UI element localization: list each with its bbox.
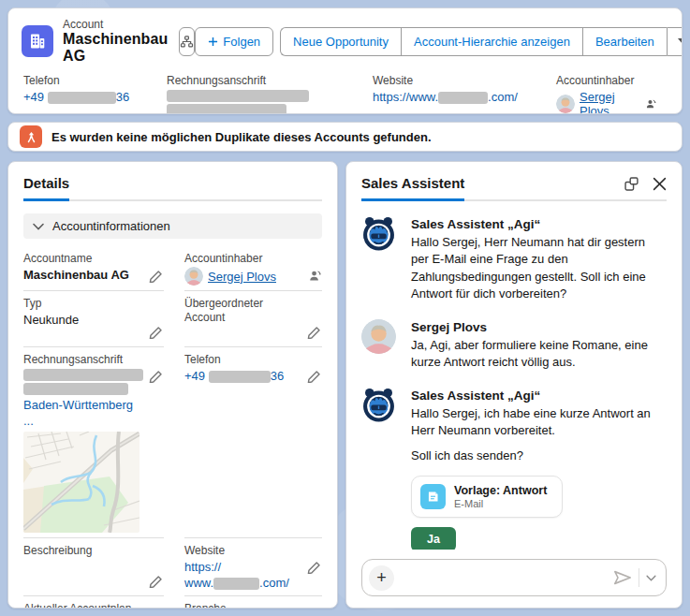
redacted-phone — [209, 371, 271, 383]
agi-avatar — [361, 388, 396, 422]
field-label: Telefon — [23, 74, 155, 87]
agi-avatar — [361, 216, 396, 251]
divider — [639, 568, 639, 587]
hierarchy-icon-button[interactable] — [179, 27, 195, 56]
field-accountinhaber-detail: Accountinhaber Sergej Plovs — [184, 246, 322, 291]
redacted-phone — [48, 92, 116, 104]
message-text-2: Soll ich das senden? — [411, 447, 662, 464]
chat-message-sergej: Sergej Plovs Ja, Agi, aber formuliere ke… — [361, 319, 667, 372]
redacted-address-line1 — [23, 369, 143, 381]
owner-avatar — [184, 267, 203, 286]
send-options-dropdown[interactable] — [646, 575, 656, 581]
duplicate-check-banner: Es wurden keine möglichen Duplikate dies… — [7, 122, 683, 152]
assistant-tabbar: Sales Assistent — [361, 175, 667, 201]
add-attachment-button[interactable]: + — [369, 565, 394, 591]
owner-link[interactable]: Sergej Plovs — [580, 90, 640, 114]
message-author: Sales Assistent „Agi“ — [411, 389, 662, 403]
field-uebergeordneter-account: Übergeordneter Account — [184, 291, 322, 347]
tab-details[interactable]: Details — [23, 175, 69, 201]
field-label: Accountinhaber — [556, 74, 657, 87]
address-region-link[interactable]: Baden-Württemberg ... — [23, 398, 133, 428]
edit-pencil-icon[interactable] — [307, 559, 322, 574]
field-beschreibung: Beschreibung — [23, 538, 164, 596]
field-branche: Branche Maschinenbau — [184, 596, 322, 609]
section-label: Accountinformationen — [52, 219, 170, 233]
close-icon — [653, 177, 667, 191]
edit-pencil-icon[interactable] — [149, 368, 164, 383]
edit-pencil-icon[interactable] — [149, 324, 164, 339]
follow-button[interactable]: Folgen — [195, 27, 273, 56]
website-link[interactable]: https:// www..com/ — [184, 560, 289, 590]
edit-pencil-icon[interactable] — [307, 324, 322, 339]
phone-link[interactable]: +49 36 — [23, 90, 129, 104]
chat-input-bar[interactable]: + — [361, 559, 667, 596]
field-rechnungsanschrift-detail: Rechnungsanschrift Baden-Württemberg ... — [23, 347, 164, 538]
account-entity-icon — [22, 25, 53, 57]
field-accountinhaber: Accountinhaber Sergej Plovs — [556, 74, 668, 114]
page-title: Maschinenbau AG — [63, 31, 168, 65]
template-card-row: Vorlage: Antwort E-Mail — [411, 476, 667, 518]
highlight-fields: Telefon +49 36 Rechnungsanschrift Baden-… — [22, 74, 668, 114]
field-telefon-detail: Telefon +49 36 — [184, 347, 322, 538]
change-owner-icon[interactable] — [308, 269, 322, 283]
yes-button[interactable]: Ja — [411, 527, 456, 550]
banner-text: Es wurden keine möglichen Duplikate dies… — [51, 130, 432, 144]
template-card[interactable]: Vorlage: Antwort E-Mail — [411, 476, 563, 518]
owner-avatar — [556, 95, 575, 113]
redacted-address-line2 — [167, 104, 286, 114]
follow-label: Folgen — [223, 35, 260, 49]
section-accountinformationen[interactable]: Accountinformationen — [23, 213, 322, 239]
message-author: Sergej Plovs — [411, 320, 662, 334]
account-header-row: Account Maschinenbau AG Folgen — [22, 18, 668, 65]
redacted-website — [213, 578, 259, 590]
edit-pencil-icon[interactable] — [149, 268, 164, 283]
edit-button[interactable]: Bearbeiten — [582, 27, 667, 56]
field-typ: Typ Neukunde — [23, 291, 164, 347]
message-author: Sales Assistent „Agi“ — [411, 217, 662, 231]
field-label: Website — [373, 74, 545, 87]
new-opportunity-button[interactable]: Neue Opportunity — [280, 27, 401, 56]
chat-messages: Sales Assistent „Agi“ Hallo Sergej, Herr… — [361, 201, 667, 550]
merge-duplicates-icon — [20, 125, 42, 148]
tab-sales-assistent[interactable]: Sales Assistent — [361, 175, 464, 201]
account-header-card: Account Maschinenbau AG Folgen — [7, 7, 683, 114]
field-rechnungsanschrift: Rechnungsanschrift Baden-Württemberg Deu… — [167, 74, 373, 114]
edit-pencil-icon[interactable] — [149, 573, 164, 588]
details-tabbar: Details — [23, 175, 322, 201]
email-template-icon — [420, 484, 446, 509]
plus-icon — [208, 37, 218, 47]
field-aktueller-accountplan: Aktueller Accountplan — [23, 596, 164, 609]
account-titles: Account Maschinenbau AG — [63, 18, 168, 65]
popout-icon — [624, 176, 639, 192]
show-hierarchy-button[interactable]: Account-Hierarchie anzeigen — [401, 27, 582, 56]
building-icon — [28, 32, 47, 51]
org-chart-icon — [180, 35, 194, 49]
message-text: Hallo Sergej, Herr Neumann hat dir geste… — [411, 234, 662, 303]
action-button-group: Neue Opportunity Account-Hierarchie anze… — [280, 27, 683, 56]
send-button[interactable] — [613, 569, 632, 586]
field-label: Rechnungsanschrift — [167, 74, 361, 87]
field-website-detail: Website https:// www..com/ — [184, 538, 322, 596]
phone-link[interactable]: +49 36 — [184, 369, 284, 383]
billing-address-map[interactable] — [23, 432, 139, 533]
website-link[interactable]: https://www..com/ — [373, 90, 518, 104]
redacted-address-line2 — [23, 383, 128, 395]
owner-link[interactable]: Sergej Plovs — [208, 269, 276, 285]
caret-down-icon — [678, 38, 683, 44]
entity-label: Account — [63, 18, 168, 31]
chat-message-agi-2: Sales Assistent „Agi“ Hallo Sergej, ich … — [361, 388, 667, 464]
close-button[interactable] — [653, 177, 667, 191]
quick-reply-row-yes: Ja — [361, 518, 667, 550]
details-panel: Details Accountinformationen Accountname… — [7, 161, 338, 609]
chat-message-agi-1: Sales Assistent „Agi“ Hallo Sergej, Herr… — [361, 216, 667, 303]
more-actions-dropdown[interactable] — [667, 27, 683, 56]
redacted-address-line1 — [167, 90, 309, 102]
template-title: Vorlage: Antwort — [454, 484, 547, 497]
edit-pencil-icon[interactable] — [307, 368, 322, 383]
field-accountname: Accountname Maschinenbau AG — [23, 246, 164, 291]
change-owner-icon[interactable] — [645, 97, 657, 110]
send-icon — [613, 569, 632, 586]
header-actions: Folgen Neue Opportunity Account-Hierarch… — [195, 27, 683, 56]
chevron-down-icon — [646, 575, 656, 581]
popout-button[interactable] — [624, 176, 639, 192]
